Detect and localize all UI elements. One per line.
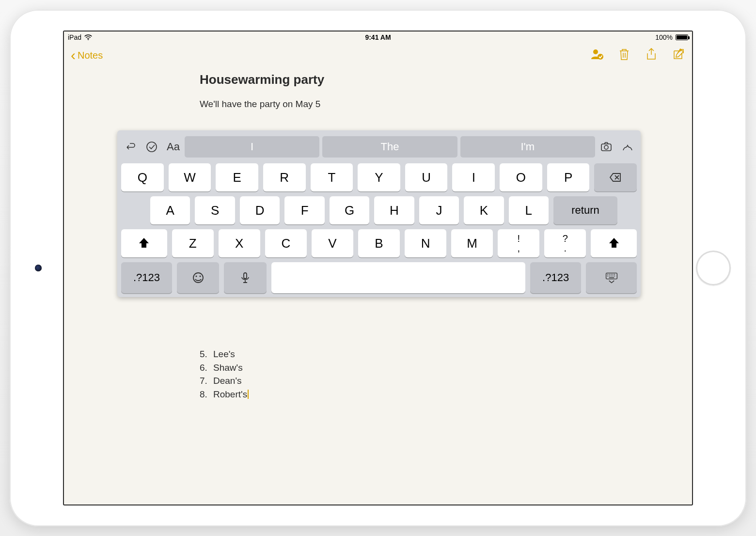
battery-icon xyxy=(676,34,688,40)
clock: 9:41 AM xyxy=(365,33,391,41)
key-question-period[interactable]: ? . xyxy=(544,229,586,257)
key-return[interactable]: return xyxy=(553,196,617,224)
key-hide-keyboard[interactable] xyxy=(586,262,637,293)
key-numeric-right[interactable]: .?123 xyxy=(530,262,581,293)
key-dictation[interactable] xyxy=(224,262,266,293)
svg-point-7 xyxy=(195,276,197,277)
microphone-icon xyxy=(238,271,252,284)
key-j[interactable]: J xyxy=(419,196,459,224)
key-exclaim-comma[interactable]: ! , xyxy=(498,229,539,257)
key-n[interactable]: N xyxy=(405,229,446,257)
key-l[interactable]: L xyxy=(509,196,549,224)
note-content-below[interactable]: Lee's Shaw's Dean's Robert's xyxy=(64,343,692,401)
home-button[interactable] xyxy=(696,251,731,285)
status-bar: iPad 9:41 AM 100% xyxy=(64,32,692,43)
svg-rect-9 xyxy=(244,273,247,279)
delete-button[interactable] xyxy=(617,47,631,63)
key-top: ? xyxy=(563,234,568,243)
back-button[interactable]: ‹ Notes xyxy=(71,50,103,61)
key-bottom: . xyxy=(564,243,567,253)
checklist-icon[interactable] xyxy=(145,141,158,153)
key-backspace[interactable] xyxy=(594,163,637,191)
hide-keyboard-icon xyxy=(605,271,618,284)
key-x[interactable]: X xyxy=(219,229,260,257)
key-d[interactable]: D xyxy=(240,196,280,224)
suggestion-2[interactable]: The xyxy=(322,136,457,158)
ipad-frame: iPad 9:41 AM 100% ‹ Notes xyxy=(10,10,746,526)
key-g[interactable]: G xyxy=(330,196,369,224)
svg-point-3 xyxy=(147,142,157,152)
key-top: ! xyxy=(517,234,520,243)
key-emoji[interactable] xyxy=(177,262,219,293)
key-row-2: A S D F G H J K L return xyxy=(121,196,637,224)
trash-icon xyxy=(617,47,631,61)
device-label: iPad xyxy=(68,33,81,41)
markup-icon[interactable] xyxy=(621,141,634,153)
text-format-button[interactable]: Aa xyxy=(167,141,180,153)
key-row-4: .?123 .?123 xyxy=(121,262,637,293)
key-c[interactable]: C xyxy=(265,229,307,257)
key-y[interactable]: Y xyxy=(358,163,400,191)
collaborate-button[interactable] xyxy=(590,47,604,63)
key-w[interactable]: W xyxy=(169,163,211,191)
battery-percent: 100% xyxy=(655,33,673,41)
list-item: Lee's xyxy=(200,347,539,361)
key-space[interactable] xyxy=(271,262,525,293)
svg-point-5 xyxy=(604,145,608,149)
key-u[interactable]: U xyxy=(405,163,448,191)
key-p[interactable]: P xyxy=(547,163,590,191)
svg-point-6 xyxy=(193,273,203,283)
wifi-icon xyxy=(84,34,92,40)
key-e[interactable]: E xyxy=(216,163,258,191)
share-icon xyxy=(645,47,658,61)
screen: iPad 9:41 AM 100% ‹ Notes xyxy=(63,31,693,505)
svg-point-2 xyxy=(598,54,603,60)
list-item: Robert's xyxy=(200,388,539,401)
key-h[interactable]: H xyxy=(374,196,414,224)
shift-icon xyxy=(137,236,151,250)
share-button[interactable] xyxy=(645,47,658,63)
front-camera xyxy=(35,265,42,271)
key-o[interactable]: O xyxy=(500,163,542,191)
note-title: Housewarming party xyxy=(200,72,539,87)
key-k[interactable]: K xyxy=(464,196,504,224)
compose-icon xyxy=(672,47,685,61)
nav-bar: ‹ Notes xyxy=(64,43,692,67)
key-z[interactable]: Z xyxy=(172,229,214,257)
key-row-1: Q W E R T Y U I O P xyxy=(121,163,637,191)
key-shift-left[interactable] xyxy=(121,229,167,257)
key-shift-right[interactable] xyxy=(591,229,637,257)
note-content[interactable]: Housewarming party We'll have the party … xyxy=(64,67,692,110)
key-f[interactable]: F xyxy=(284,196,324,224)
emoji-icon xyxy=(191,271,205,284)
camera-icon[interactable] xyxy=(600,141,613,153)
suggestion-bar: Aa I The I'm xyxy=(117,130,641,161)
svg-point-1 xyxy=(593,49,598,54)
svg-point-0 xyxy=(88,39,89,40)
shift-icon xyxy=(607,236,621,250)
key-a[interactable]: A xyxy=(150,196,190,224)
keyboard[interactable]: Aa I The I'm Q W E R T xyxy=(117,130,641,297)
suggestion-3[interactable]: I'm xyxy=(460,136,595,158)
key-q[interactable]: Q xyxy=(121,163,164,191)
suggestion-1[interactable]: I xyxy=(185,136,319,158)
key-bottom: , xyxy=(517,243,520,253)
text-cursor xyxy=(248,390,249,399)
key-s[interactable]: S xyxy=(195,196,235,224)
svg-rect-4 xyxy=(601,144,611,151)
key-b[interactable]: B xyxy=(358,229,400,257)
key-v[interactable]: V xyxy=(312,229,353,257)
back-label: Notes xyxy=(78,50,103,61)
svg-point-8 xyxy=(199,276,201,277)
key-r[interactable]: R xyxy=(263,163,306,191)
list-item: Dean's xyxy=(200,374,539,388)
key-t[interactable]: T xyxy=(311,163,353,191)
compose-button[interactable] xyxy=(672,47,685,63)
key-m[interactable]: M xyxy=(451,229,493,257)
person-check-icon xyxy=(590,47,604,61)
key-numeric-left[interactable]: .?123 xyxy=(121,262,172,293)
undo-icon[interactable] xyxy=(124,141,137,153)
key-i[interactable]: I xyxy=(452,163,495,191)
backspace-icon xyxy=(609,171,622,184)
list-item: Shaw's xyxy=(200,361,539,375)
